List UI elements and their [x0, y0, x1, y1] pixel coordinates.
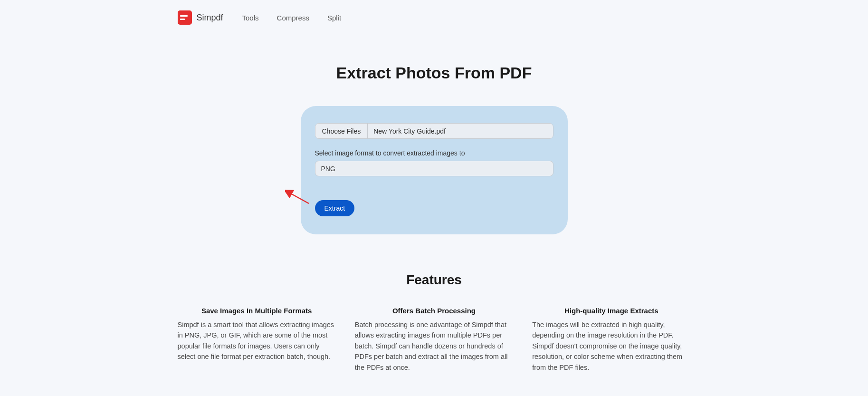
page-title: Extract Photos From PDF: [178, 64, 691, 82]
format-label: Select image format to convert extracted…: [315, 149, 553, 157]
file-input-group: Choose Files New York City Guide.pdf: [315, 123, 553, 139]
feature-description: Batch processing is one advantage of Sim…: [355, 319, 513, 373]
logo-icon: [178, 10, 192, 25]
feature-heading: Save Images In Multiple Formats: [178, 307, 336, 315]
feature-column: High-quality Image Extracts The images w…: [532, 307, 690, 373]
feature-column: Save Images In Multiple Formats Simpdf i…: [178, 307, 336, 373]
nav-split[interactable]: Split: [327, 14, 341, 22]
choose-files-button[interactable]: Choose Files: [315, 124, 368, 138]
feature-heading: High-quality Image Extracts: [532, 307, 690, 315]
feature-description: The images will be extracted in high qua…: [532, 319, 690, 373]
extract-button[interactable]: Extract: [315, 200, 355, 216]
feature-column: Offers Batch Processing Batch processing…: [355, 307, 513, 373]
nav-compress[interactable]: Compress: [277, 14, 309, 22]
features-section: Features Save Images In Multiple Formats…: [178, 272, 691, 373]
brand-name: Simpdf: [197, 13, 223, 23]
upload-card: Choose Files New York City Guide.pdf Sel…: [301, 106, 568, 234]
feature-description: Simpdf is a smart tool that allows extra…: [178, 319, 336, 362]
selected-file-name: New York City Guide.pdf: [368, 127, 553, 135]
nav-tools[interactable]: Tools: [242, 14, 259, 22]
format-select[interactable]: PNG: [315, 161, 553, 176]
feature-heading: Offers Batch Processing: [355, 307, 513, 315]
format-value: PNG: [321, 165, 335, 173]
features-title: Features: [178, 272, 691, 288]
logo[interactable]: Simpdf: [178, 10, 223, 25]
